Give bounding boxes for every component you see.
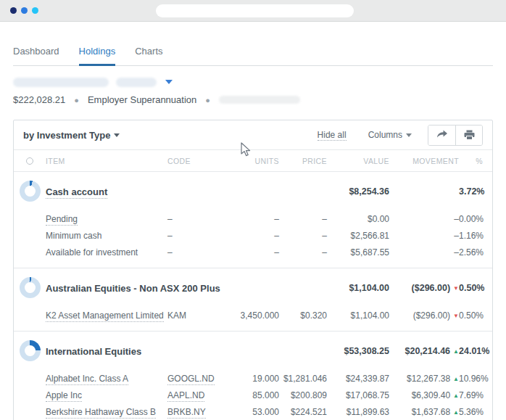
holding-row: Available for investment – – – $5,687.55…	[14, 244, 492, 260]
holding-price: $200.809	[279, 390, 327, 400]
holding-units: 19.000	[225, 374, 279, 384]
printer-icon	[464, 130, 475, 140]
group-value: $1,104.00	[327, 283, 389, 293]
allocation-donut-chart	[20, 181, 41, 202]
allocation-donut-chart	[20, 340, 41, 361]
group-name: Australian Equities - Non ASX 200 Plus	[46, 283, 220, 294]
holding-percent: 5.36%	[459, 407, 493, 417]
holding-code: –	[167, 214, 225, 224]
holding-row: K2 Asset Management Limited KAM 3,450.00…	[14, 307, 492, 324]
holding-price: –	[279, 247, 327, 258]
window-controls	[10, 7, 38, 14]
holding-code-link[interactable]: BRKB.NY	[167, 407, 206, 419]
holding-units: 53.000	[225, 407, 279, 417]
holding-code: –	[167, 247, 225, 258]
holding-code-link[interactable]: GOOGL.ND	[167, 374, 215, 385]
panel-toolbar: by Investment Type Hide all Columns	[14, 120, 492, 150]
holding-movement: –	[389, 214, 459, 224]
holding-value: $0.00	[327, 214, 389, 224]
column-header-price[interactable]: PRICE	[279, 157, 327, 165]
column-header-percent[interactable]: %	[459, 157, 492, 165]
group-name: International Equities	[46, 346, 141, 357]
group-section-cash: Cash account $8,254.36 3.72% Pending – –…	[14, 172, 492, 268]
account-balance: $222,028.21	[13, 94, 65, 105]
holding-value: $5,687.55	[327, 247, 389, 258]
toolbar-right-tools: Hide all Columns	[318, 125, 483, 146]
holding-movement: ($296.00)▼	[389, 310, 459, 321]
movement-direction-icon: ▼	[453, 285, 459, 292]
allocation-column-header	[14, 157, 46, 165]
columns-label: Columns	[368, 130, 402, 140]
movement-direction-icon: ▲	[453, 392, 459, 399]
column-header-code[interactable]: CODE	[167, 157, 225, 165]
holding-code-link[interactable]: AAPL.ND	[167, 390, 204, 402]
holding-units: 3,450.000	[225, 310, 279, 321]
holding-price: –	[279, 231, 327, 241]
holding-name-link[interactable]: Apple Inc	[46, 390, 82, 402]
share-arrow-icon	[436, 130, 448, 140]
holding-units: –	[225, 247, 279, 258]
movement-direction-icon: ▼	[453, 313, 459, 319]
column-header-units[interactable]: UNITS	[225, 157, 279, 165]
account-summary-line: $222,028.21 ● Employer Superannuation ●	[13, 94, 493, 105]
chevron-down-icon	[114, 133, 120, 137]
columns-dropdown[interactable]: Columns	[368, 130, 412, 140]
holding-name-link[interactable]: Alphabet Inc. Class A	[46, 374, 128, 385]
holding-row: Berkshire Hathaway Class B BRKB.NY 53.00…	[14, 403, 492, 420]
holding-name-link[interactable]: Berkshire Hathaway Class B	[46, 407, 156, 419]
holding-row: Pending – – – $0.00 – 0.00%	[14, 210, 492, 227]
holding-price: $224.521	[279, 407, 327, 417]
account-selector-caret-icon[interactable]	[165, 80, 173, 84]
holding-name: Minimum cash	[46, 231, 167, 241]
table-header-row: ITEM CODE UNITS PRICE VALUE MOVEMENT %	[14, 150, 492, 172]
holding-row: Apple Inc AAPL.ND 85.000 $200.809 $17,06…	[14, 387, 492, 403]
group-movement: $20,214.46▲	[389, 346, 459, 356]
account-header: $222,028.21 ● Employer Superannuation ●	[13, 76, 493, 105]
column-header-movement[interactable]: MOVEMENT	[389, 157, 459, 165]
group-by-label: by Investment Type	[23, 130, 110, 141]
hide-all-link[interactable]: Hide all	[318, 130, 347, 141]
holding-value: $24,339.87	[327, 374, 389, 384]
print-button[interactable]	[455, 125, 482, 145]
tab-holdings[interactable]: Holdings	[79, 46, 116, 66]
group-percent: 0.50%	[459, 283, 494, 293]
account-selector[interactable]	[13, 76, 493, 88]
group-value: $8,254.36	[327, 186, 389, 197]
window-dot-2-icon[interactable]	[21, 7, 28, 14]
holding-group-row: Australian Equities - Non ASX 200 Plus $…	[14, 268, 492, 307]
share-button[interactable]	[428, 125, 455, 145]
holding-percent: 1.16%	[459, 231, 493, 241]
group-percent: 24.01%	[459, 346, 499, 356]
address-bar[interactable]	[156, 4, 354, 17]
group-section-international-equities: International Equities $53,308.25 $20,21…	[14, 332, 492, 420]
column-header-item[interactable]: ITEM	[46, 157, 167, 165]
browser-titlebar	[0, 0, 506, 22]
account-plan-type: Employer Superannuation	[88, 94, 196, 105]
bullet-separator: ●	[74, 96, 79, 104]
holding-movement: –	[389, 247, 459, 258]
holding-name-link[interactable]: Pending	[46, 214, 78, 226]
holding-group-row: International Equities $53,308.25 $20,21…	[14, 332, 492, 370]
holding-percent: 10.96%	[459, 374, 498, 384]
window-dot-3-icon[interactable]	[32, 7, 38, 14]
group-by-dropdown[interactable]: by Investment Type	[23, 130, 120, 141]
tab-charts[interactable]: Charts	[135, 46, 162, 65]
holding-value: $11,899.63	[327, 407, 389, 417]
holding-row: Minimum cash – – – $2,566.81 – 1.16%	[14, 227, 492, 244]
holding-code: –	[167, 231, 225, 241]
group-name-link[interactable]: Cash account	[46, 186, 107, 199]
holding-units: –	[225, 231, 279, 241]
holding-percent: 0.00%	[459, 214, 493, 224]
movement-direction-icon: ▲	[453, 409, 459, 416]
holding-units: –	[225, 214, 279, 224]
column-header-value[interactable]: VALUE	[327, 157, 389, 165]
tab-dashboard[interactable]: Dashboard	[13, 46, 59, 65]
holding-row: Alphabet Inc. Class A GOOGL.ND 19.000 $1…	[14, 370, 492, 387]
holding-name-link[interactable]: K2 Asset Management Limited	[46, 310, 164, 322]
holding-movement: $12,267.38▲	[389, 374, 459, 384]
window-dot-1-icon[interactable]	[10, 7, 17, 14]
holding-percent: 2.56%	[459, 247, 493, 258]
redacted-account-meta-pill	[116, 78, 157, 87]
holding-price: –	[279, 214, 327, 224]
page-content: Dashboard Holdings Charts $222,028.21 ● …	[0, 46, 506, 420]
